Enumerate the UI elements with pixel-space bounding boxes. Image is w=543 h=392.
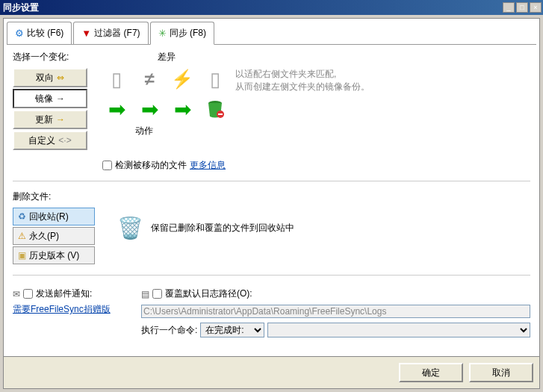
funnel-icon: ▼	[81, 28, 91, 39]
not-equal-icon: ≠	[135, 65, 164, 93]
ok-button[interactable]: 确定	[399, 363, 463, 382]
detect-moved-checkbox[interactable]	[102, 161, 112, 170]
tab-filter-label: 过滤器 (F7)	[94, 27, 140, 40]
mode-mirror-label: 镜像	[35, 93, 53, 105]
action-icons-row: ➡ ➡ ➡	[102, 95, 229, 123]
mode-twoway-label: 双向	[36, 72, 54, 84]
permanent-label: 永久(P)	[29, 230, 59, 243]
mode-update-label: 更新	[35, 113, 53, 126]
action-delete-right-button[interactable]	[201, 95, 229, 123]
permanent-button[interactable]: ⚠ 永久(P)	[13, 227, 95, 245]
warning-icon: ⚠	[18, 231, 26, 241]
more-info-link[interactable]: 更多信息	[190, 159, 226, 172]
cmd-when-select[interactable]: 在完成时:	[200, 323, 264, 337]
detect-moved-label: 检测被移动的文件	[115, 159, 187, 172]
delete-description: 保留已删除和覆盖的文件到回收站中	[151, 222, 294, 234]
recycle-label: 回收站(R)	[29, 211, 69, 223]
action-create-right-button[interactable]: ➡	[102, 95, 131, 123]
maximize-button[interactable]: □	[516, 2, 528, 13]
update-arrow-icon: →	[56, 114, 65, 125]
mode-custom-button[interactable]: 自定义 <·>	[13, 131, 87, 150]
custom-icon: <·>	[58, 135, 71, 146]
cancel-button[interactable]: 取消	[469, 363, 533, 382]
override-log-label: 覆盖默认日志路径(O):	[165, 287, 252, 300]
action-label: 动作	[135, 125, 229, 137]
tab-bar: ⚙ 比较 (F6) ▼ 过滤器 (F7) ✳ 同步 (F8)	[4, 19, 539, 44]
log-path-input[interactable]	[141, 305, 530, 318]
tab-compare-label: 比较 (F6)	[27, 27, 63, 40]
folder-icon: ▣	[18, 250, 26, 261]
mail-icon: ✉	[13, 289, 20, 299]
file-right-icon: ▯	[201, 65, 229, 93]
recycle-big-icon: 🗑️	[117, 216, 143, 240]
dialog-content: ⚙ 比较 (F6) ▼ 过滤器 (F7) ✳ 同步 (F8) 选择一个变化: 双…	[3, 18, 540, 389]
email-notify-checkbox[interactable]	[23, 289, 33, 299]
recycle-bin-button[interactable]: ♻ 回收站(R)	[13, 208, 95, 225]
gear-green-icon: ✳	[158, 28, 167, 39]
tab-compare[interactable]: ⚙ 比较 (F6)	[7, 22, 72, 44]
variant-label: 选择一个变化:	[13, 51, 95, 63]
delete-label: 删除文件:	[13, 190, 102, 203]
tab-sync-label: 同步 (F8)	[170, 27, 206, 40]
file-left-icon: ▯	[102, 65, 131, 93]
diff-label: 差异	[102, 51, 231, 63]
mirror-description: 以适配右侧文件夹来匹配, 从而创建左侧文件夹的镜像备份。	[235, 68, 370, 137]
log-icon: ▤	[141, 289, 149, 299]
mode-custom-label: 自定义	[28, 134, 55, 147]
donation-link[interactable]: 需要FreeFileSync捐赠版	[13, 304, 111, 314]
mode-mirror-button[interactable]: 镜像 →	[13, 89, 87, 108]
recycle-icon: ♻	[18, 211, 26, 222]
mode-twoway-button[interactable]: 双向 ⇔	[13, 68, 87, 87]
lightning-icon: ⚡	[168, 65, 196, 93]
cmd-label: 执行一个命令:	[141, 324, 197, 337]
diff-icons-row: ▯ ≠ ⚡ ▯	[102, 65, 229, 93]
versioning-button[interactable]: ▣ 历史版本 (V)	[13, 246, 95, 264]
cmd-input[interactable]	[267, 323, 530, 337]
close-button[interactable]: ×	[530, 2, 542, 13]
override-log-checkbox[interactable]	[152, 289, 162, 299]
trash-icon	[204, 98, 226, 120]
minimize-button[interactable]: _	[503, 2, 515, 13]
window-title: 同步设置	[3, 1, 503, 14]
twoway-arrow-icon: ⇔	[57, 72, 64, 83]
tab-filter[interactable]: ▼ 过滤器 (F7)	[73, 22, 148, 44]
mode-update-button[interactable]: 更新 →	[13, 110, 87, 129]
dialog-footer: 确定 取消	[4, 356, 539, 388]
tab-sync[interactable]: ✳ 同步 (F8)	[150, 22, 214, 45]
mirror-arrow-icon: →	[56, 93, 65, 104]
email-notify-label: 发送邮件通知:	[36, 287, 92, 300]
action-overwrite-right-button[interactable]: ➡	[135, 95, 164, 123]
svg-rect-2	[218, 113, 223, 115]
title-bar: 同步设置 _ □ ×	[0, 0, 543, 15]
gear-icon: ⚙	[15, 28, 24, 39]
versioning-label: 历史版本 (V)	[29, 249, 79, 262]
action-update-right-button[interactable]: ➡	[168, 95, 196, 123]
